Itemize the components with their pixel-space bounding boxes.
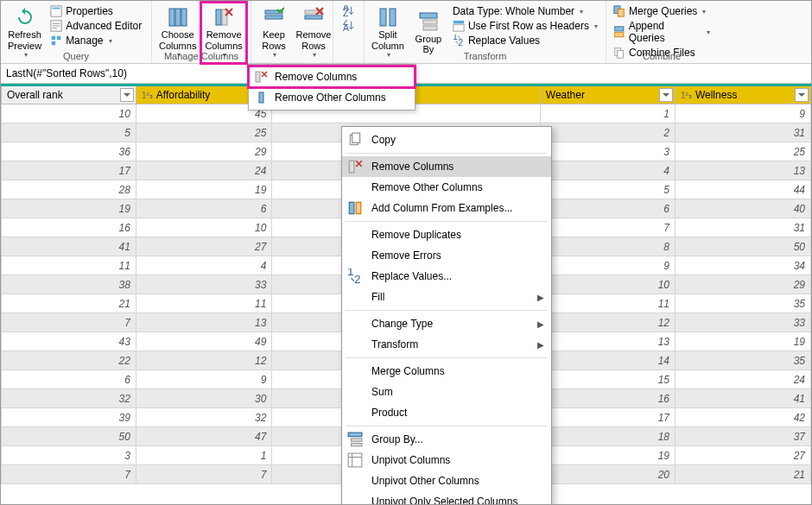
table-cell[interactable]: 25 (136, 123, 271, 142)
dropdown-remove-other-columns[interactable]: Remove Other Columns (249, 87, 415, 108)
table-cell[interactable]: 44 (676, 180, 811, 199)
table-cell[interactable]: 19 (540, 446, 675, 465)
ctx-sum[interactable]: Sum (342, 382, 551, 402)
use-first-row-button[interactable]: Use First Row as Headers▾ (449, 19, 601, 33)
table-cell[interactable]: 43 (2, 332, 136, 351)
table-cell[interactable]: 8 (540, 237, 675, 256)
ctx-replace-values[interactable]: 12Replace Values... (342, 266, 551, 287)
ctx-unpivot-columns[interactable]: Unpivot Columns (342, 450, 551, 470)
table-cell[interactable]: 11 (540, 294, 675, 313)
table-cell[interactable]: 30 (136, 389, 271, 408)
table-cell[interactable]: 38 (2, 275, 136, 294)
table-cell[interactable]: 7 (540, 218, 675, 237)
ctx-remove-duplicates[interactable]: Remove Duplicates (342, 224, 551, 245)
replace-values-button[interactable]: 12Replace Values (449, 34, 601, 47)
table-cell[interactable]: 4 (136, 256, 271, 275)
table-cell[interactable]: 22 (2, 351, 136, 370)
table-cell[interactable]: 31 (676, 123, 811, 142)
table-cell[interactable]: 35 (676, 351, 811, 370)
remove-rows-button[interactable]: RemoveRows▾ (295, 3, 333, 63)
table-cell[interactable]: 36 (2, 142, 136, 161)
column-header-weather[interactable]: Weather (540, 85, 675, 104)
table-cell[interactable]: 47 (136, 427, 271, 446)
table-cell[interactable]: 7 (2, 465, 136, 484)
table-cell[interactable]: 33 (136, 275, 271, 294)
column-header-wellness[interactable]: 1²₃Wellness (676, 85, 811, 104)
table-cell[interactable]: 42 (676, 408, 811, 427)
table-cell[interactable]: 11 (136, 294, 271, 313)
table-cell[interactable]: 20 (540, 465, 675, 484)
table-cell[interactable]: 1 (136, 446, 271, 465)
table-cell[interactable]: 17 (540, 408, 675, 427)
ctx-remove-other-columns[interactable]: Remove Other Columns (342, 177, 551, 198)
table-cell[interactable]: 16 (540, 389, 675, 408)
table-cell[interactable]: 39 (2, 408, 136, 427)
table-cell[interactable]: 9 (136, 370, 271, 389)
table-cell[interactable]: 6 (540, 199, 675, 218)
advanced-editor-button[interactable]: Advanced Editor (47, 19, 145, 33)
filter-button[interactable] (659, 88, 673, 102)
table-cell[interactable]: 4 (540, 161, 675, 180)
table-cell[interactable]: 27 (676, 446, 811, 465)
table-cell[interactable]: 9 (540, 256, 675, 275)
table-cell[interactable]: 7 (136, 465, 271, 484)
table-cell[interactable]: 33 (676, 313, 811, 332)
table-cell[interactable]: 5 (540, 180, 675, 199)
ctx-change-type[interactable]: Change Type▶ (342, 313, 551, 334)
table-cell[interactable]: 13 (136, 313, 271, 332)
manage-button[interactable]: Manage▾ (47, 34, 145, 47)
ctx-product[interactable]: Product (342, 402, 551, 423)
table-cell[interactable]: 9 (676, 104, 811, 123)
table-cell[interactable]: 28 (2, 180, 136, 199)
table-cell[interactable]: 11 (2, 256, 136, 275)
table-cell[interactable]: 32 (136, 408, 271, 427)
table-cell[interactable]: 1 (540, 104, 675, 123)
table-cell[interactable]: 14 (540, 351, 675, 370)
table-cell[interactable]: 31 (676, 218, 811, 237)
ctx-remove-columns[interactable]: Remove Columns (342, 156, 551, 177)
table-cell[interactable]: 19 (676, 332, 811, 351)
table-cell[interactable]: 13 (540, 332, 675, 351)
properties-button[interactable]: Properties (47, 4, 145, 18)
table-cell[interactable]: 24 (676, 370, 811, 389)
table-cell[interactable]: 16 (2, 218, 136, 237)
table-cell[interactable]: 49 (136, 332, 271, 351)
table-cell[interactable]: 50 (676, 237, 811, 256)
table-cell[interactable]: 2 (540, 123, 675, 142)
table-cell[interactable]: 6 (2, 370, 136, 389)
table-cell[interactable]: 12 (136, 351, 271, 370)
sort-asc-button[interactable]: AZ (339, 4, 358, 18)
table-cell[interactable]: 7 (2, 313, 136, 332)
table-cell[interactable]: 41 (2, 237, 136, 256)
data-type-button[interactable]: Data Type: Whole Number▾ (449, 4, 601, 18)
table-cell[interactable]: 24 (136, 161, 271, 180)
filter-button[interactable] (120, 88, 134, 102)
table-cell[interactable]: 29 (136, 142, 271, 161)
append-queries-button[interactable]: Append Queries▾ (610, 19, 714, 45)
dropdown-remove-columns[interactable]: Remove Columns (249, 66, 415, 87)
ctx-remove-errors[interactable]: Remove Errors (342, 245, 551, 266)
table-cell[interactable]: 5 (2, 123, 136, 142)
ctx-merge-columns[interactable]: Merge Columns (342, 361, 551, 382)
ctx-group-by[interactable]: Group By... (342, 429, 551, 450)
keep-rows-button[interactable]: KeepRows▾ (255, 3, 293, 63)
table-cell[interactable]: 41 (676, 389, 811, 408)
column-header-overall-rank[interactable]: Overall rank (2, 85, 136, 104)
sort-desc-button[interactable]: ZA (339, 19, 358, 33)
table-cell[interactable]: 15 (540, 370, 675, 389)
table-cell[interactable]: 13 (676, 161, 811, 180)
table-cell[interactable]: 34 (676, 256, 811, 275)
merge-queries-button[interactable]: Merge Queries▾ (610, 4, 714, 18)
ctx-unpivot-selected-columns[interactable]: Unpivot Only Selected Columns (342, 491, 551, 505)
table-cell[interactable]: 12 (540, 313, 675, 332)
table-cell[interactable]: 10 (136, 218, 271, 237)
table-cell[interactable]: 6 (136, 199, 271, 218)
table-cell[interactable]: 35 (676, 294, 811, 313)
table-cell[interactable]: 29 (676, 275, 811, 294)
filter-button[interactable] (795, 88, 809, 102)
ctx-add-column-from-examples[interactable]: Add Column From Examples... (342, 198, 551, 218)
table-cell[interactable]: 3 (2, 446, 136, 465)
table-cell[interactable]: 27 (136, 237, 271, 256)
ctx-fill[interactable]: Fill▶ (342, 287, 551, 307)
table-cell[interactable]: 10 (540, 275, 675, 294)
